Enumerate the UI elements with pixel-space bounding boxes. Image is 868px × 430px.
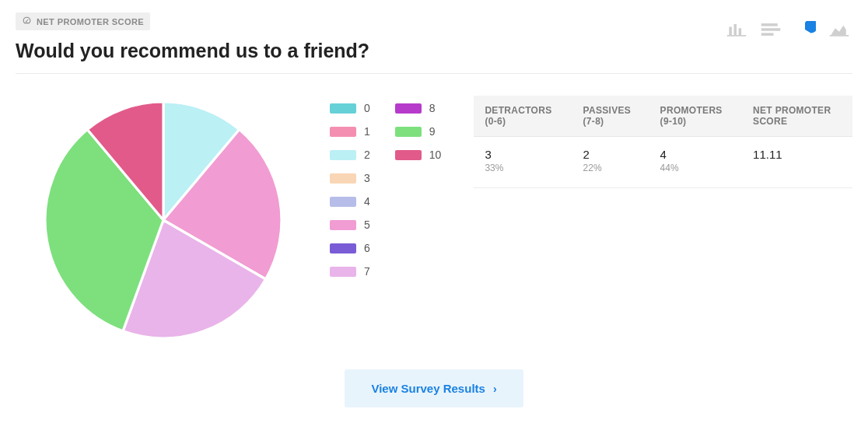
legend-item-3: 3 <box>330 172 370 184</box>
promoters-count: 4 <box>660 148 731 161</box>
legend-label: 4 <box>364 195 370 208</box>
legend-item-10: 10 <box>395 149 442 161</box>
legend-label: 7 <box>364 265 370 278</box>
legend-item-7: 7 <box>330 265 370 278</box>
svg-rect-1 <box>729 27 732 36</box>
legend-item-2: 2 <box>330 149 370 161</box>
legend-label: 1 <box>364 125 370 138</box>
legend-label: 2 <box>364 149 370 161</box>
legend-swatch <box>330 197 356 207</box>
legend-label: 6 <box>364 242 370 254</box>
legend-item-9: 9 <box>395 125 442 138</box>
chart-type-switcher <box>723 20 852 42</box>
button-label: View Survey Results <box>371 382 485 395</box>
legend-label: 0 <box>364 102 370 114</box>
legend-item-1: 1 <box>330 125 370 138</box>
badge-label: NET PROMOTER SCORE <box>37 17 144 26</box>
nps-badge: NET PROMOTER SCORE <box>16 12 150 30</box>
footer: View Survey Results › <box>16 369 852 407</box>
bar-chart-icon <box>726 21 747 41</box>
passives-count: 2 <box>583 148 639 161</box>
legend-swatch <box>330 127 356 137</box>
table-row: 3 33% 2 22% 4 44% 11.11 <box>474 137 852 188</box>
chart-type-hbar[interactable] <box>758 20 784 42</box>
svg-rect-0 <box>727 35 747 37</box>
view-survey-results-button[interactable]: View Survey Results › <box>345 369 523 407</box>
legend-swatch <box>330 220 356 230</box>
th-score: NET PROMOTER SCORE <box>742 96 852 137</box>
svg-rect-6 <box>761 33 774 36</box>
svg-rect-5 <box>761 28 781 31</box>
legend-swatch <box>395 150 422 160</box>
header: NET PROMOTER SCORE Would you recommend u… <box>16 12 852 62</box>
divider <box>16 73 852 74</box>
pie-chart <box>16 96 311 344</box>
legend-label: 3 <box>364 172 370 184</box>
nps-table: DETRACTORS (0-6) PASSIVES (7-8) PROMOTER… <box>474 96 852 188</box>
legend-swatch <box>330 103 356 114</box>
legend-swatch <box>330 243 356 253</box>
pie-chart-icon <box>794 21 816 41</box>
legend-label: 10 <box>429 149 442 161</box>
promoters-pct: 44% <box>660 163 731 173</box>
dashboard-icon <box>22 16 32 27</box>
legend-item-8: 8 <box>395 102 442 114</box>
page-title: Would you recommend us to a friend? <box>16 40 852 62</box>
chevron-right-icon: › <box>493 383 497 395</box>
nps-summary: DETRACTORS (0-6) PASSIVES (7-8) PROMOTER… <box>474 96 852 188</box>
legend-swatch <box>330 173 356 184</box>
content: 01234567 8910 DETRACTORS (0-6) PASSIVES … <box>16 96 852 344</box>
area-chart-icon <box>828 21 850 41</box>
th-detractors: DETRACTORS (0-6) <box>474 96 572 137</box>
svg-rect-2 <box>734 24 737 35</box>
legend-item-5: 5 <box>330 218 370 231</box>
legend-swatch <box>395 103 422 114</box>
legend-item-6: 6 <box>330 242 370 254</box>
legend-swatch <box>330 150 356 160</box>
legend-item-4: 4 <box>330 195 370 208</box>
th-passives: PASSIVES (7-8) <box>572 96 649 137</box>
passives-pct: 22% <box>583 163 639 173</box>
detractors-count: 3 <box>485 148 561 161</box>
legend-swatch <box>395 127 422 137</box>
svg-rect-3 <box>739 28 742 35</box>
svg-rect-7 <box>830 35 849 37</box>
svg-rect-4 <box>761 23 778 26</box>
legend-label: 9 <box>429 125 436 138</box>
chart-type-pie[interactable] <box>792 20 818 42</box>
legend-label: 5 <box>364 218 370 231</box>
th-promoters: PROMOTERS (9-10) <box>649 96 742 137</box>
chart-type-area[interactable] <box>826 20 852 42</box>
legend: 01234567 8910 <box>330 96 455 278</box>
legend-label: 8 <box>429 102 436 114</box>
legend-item-0: 0 <box>330 102 370 114</box>
legend-swatch <box>330 267 356 277</box>
nps-score: 11.11 <box>753 148 842 161</box>
detractors-pct: 33% <box>485 163 561 173</box>
horizontal-bar-icon <box>760 21 782 41</box>
chart-type-bar[interactable] <box>723 20 750 42</box>
